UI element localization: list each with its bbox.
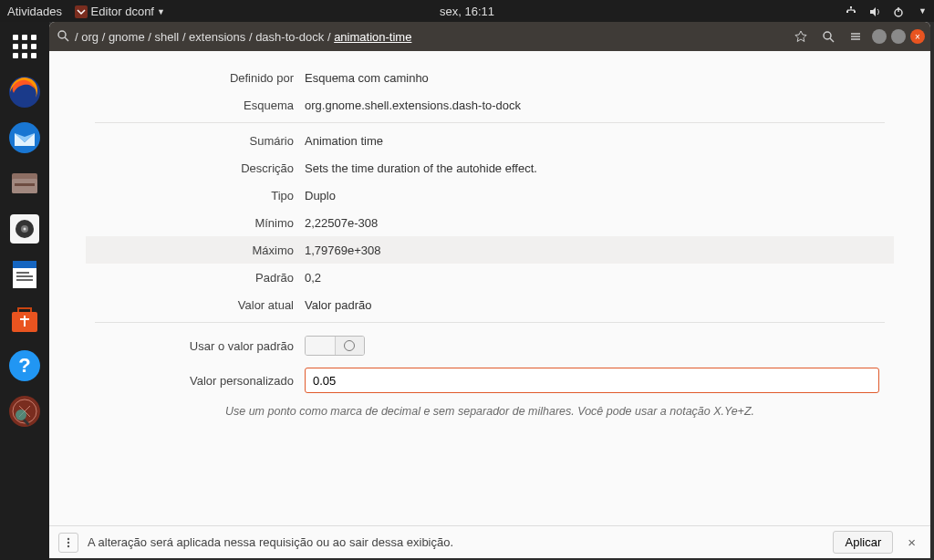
dock-firefox[interactable] bbox=[4, 71, 46, 113]
val-atual: Valor padrão bbox=[305, 298, 371, 312]
use-default-toggle[interactable] bbox=[305, 336, 365, 356]
path-bar[interactable]: / org / gnome / shell / extensions / das… bbox=[71, 30, 785, 44]
gnome-topbar: Atividades Editor dconf▼ sex, 16:11 ▼ bbox=[0, 0, 934, 22]
val-min: 2,22507e-308 bbox=[305, 216, 378, 230]
crumb-current[interactable]: animation-time bbox=[334, 30, 411, 44]
hint-text: Use um ponto como marca de decimal e sem… bbox=[86, 405, 894, 418]
val-padrao: 0,2 bbox=[305, 271, 321, 285]
svg-rect-0 bbox=[75, 5, 88, 18]
app-menu[interactable]: Editor dconf▼ bbox=[75, 4, 165, 18]
svg-point-29 bbox=[67, 541, 69, 543]
label-max: Máximo bbox=[95, 244, 305, 257]
svg-rect-2 bbox=[846, 11, 848, 13]
label-sumario: Sumário bbox=[95, 134, 305, 148]
activities-button[interactable]: Atividades bbox=[7, 5, 62, 18]
val-desc: Sets the time duration of the autohide e… bbox=[305, 161, 537, 175]
val-definido: Esquema com caminho bbox=[305, 71, 429, 85]
svg-rect-9 bbox=[15, 183, 35, 186]
svg-rect-16 bbox=[16, 272, 29, 274]
headerbar: / org / gnome / shell / extensions / das… bbox=[49, 22, 930, 51]
network-icon[interactable] bbox=[845, 4, 857, 18]
crumb-shell[interactable]: shell bbox=[155, 30, 180, 44]
search-toggle-icon[interactable] bbox=[55, 29, 71, 45]
label-desc: Descrição bbox=[95, 161, 305, 175]
svg-rect-18 bbox=[16, 279, 33, 281]
label-tipo: Tipo bbox=[95, 189, 305, 202]
window-close[interactable]: × bbox=[910, 29, 925, 44]
val-sumario: Animation time bbox=[305, 134, 383, 148]
svg-point-27 bbox=[824, 32, 831, 39]
volume-icon[interactable] bbox=[868, 4, 881, 18]
label-atual: Valor atual bbox=[95, 298, 305, 312]
svg-rect-15 bbox=[13, 261, 36, 268]
info-icon[interactable] bbox=[58, 533, 78, 553]
power-icon[interactable] bbox=[892, 4, 905, 18]
crumb-dash[interactable]: dash-to-dock bbox=[255, 30, 324, 44]
dock-help[interactable]: ? bbox=[4, 345, 46, 387]
dconf-icon bbox=[75, 5, 88, 18]
menu-button[interactable] bbox=[844, 25, 867, 48]
search-button[interactable] bbox=[816, 25, 840, 48]
label-usar: Usar o valor padrão bbox=[95, 339, 305, 353]
crumb-org[interactable]: org bbox=[81, 30, 99, 44]
window-maximize[interactable] bbox=[891, 29, 906, 44]
label-definido: Definido por bbox=[95, 71, 305, 85]
dconf-window: / org / gnome / shell / extensions / das… bbox=[49, 22, 930, 558]
key-detail: Definido porEsquema com caminho Esquemao… bbox=[49, 51, 930, 525]
separator bbox=[95, 322, 885, 323]
dock-software[interactable] bbox=[4, 299, 46, 341]
val-esquema: org.gnome.shell.extensions.dash-to-dock bbox=[305, 99, 521, 112]
dock-files[interactable] bbox=[4, 162, 46, 204]
dock-writer[interactable] bbox=[4, 254, 46, 296]
window-minimize[interactable] bbox=[872, 29, 887, 44]
infobar: A alteração será aplicada nessa requisiç… bbox=[49, 525, 930, 558]
infobar-msg: A alteração será aplicada nessa requisiç… bbox=[88, 535, 824, 549]
crumb-ext[interactable]: extensions bbox=[189, 30, 245, 44]
dock-rhythmbox[interactable] bbox=[4, 208, 46, 250]
dock-thunderbird[interactable] bbox=[4, 117, 46, 159]
crumb-gnome[interactable]: gnome bbox=[109, 30, 145, 44]
svg-text:?: ? bbox=[18, 354, 30, 377]
svg-rect-1 bbox=[850, 6, 852, 8]
system-menu-chevron-icon[interactable]: ▼ bbox=[918, 6, 927, 16]
svg-rect-17 bbox=[16, 275, 33, 277]
custom-value-input[interactable] bbox=[305, 368, 879, 393]
label-esquema: Esquema bbox=[95, 99, 305, 112]
svg-point-26 bbox=[58, 31, 66, 38]
show-apps[interactable] bbox=[4, 26, 46, 67]
apply-button[interactable]: Aplicar bbox=[833, 531, 893, 554]
ubuntu-dock: ? bbox=[0, 22, 49, 560]
svg-point-30 bbox=[67, 544, 69, 546]
label-custom: Valor personalizado bbox=[95, 374, 305, 388]
svg-rect-3 bbox=[854, 11, 856, 13]
svg-point-13 bbox=[24, 228, 26, 231]
clock[interactable]: sex, 16:11 bbox=[440, 5, 494, 18]
dock-dconf[interactable] bbox=[4, 390, 46, 432]
label-padrao: Padrão bbox=[95, 271, 305, 285]
svg-point-24 bbox=[16, 410, 26, 420]
separator bbox=[95, 122, 885, 123]
svg-point-28 bbox=[67, 537, 69, 539]
label-min: Mínimo bbox=[95, 216, 305, 230]
bookmark-button[interactable] bbox=[789, 25, 813, 48]
val-max: 1,79769e+308 bbox=[305, 244, 381, 257]
infobar-close[interactable]: × bbox=[902, 534, 921, 550]
val-tipo: Duplo bbox=[305, 189, 336, 202]
